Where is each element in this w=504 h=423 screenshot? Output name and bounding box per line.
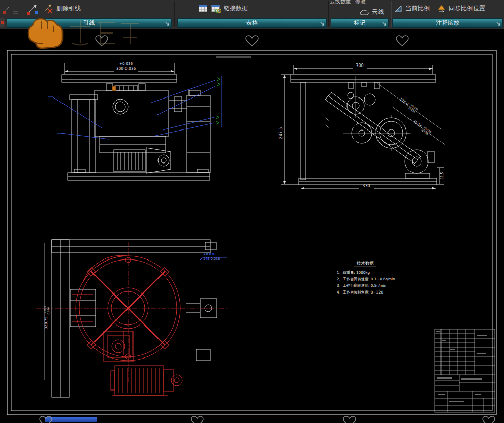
dimension-text: 145-0.036 (203, 257, 220, 261)
top-view-table (72, 255, 182, 395)
panel-annotation-scaling[interactable]: 注释缩放 (392, 18, 503, 28)
cloud-count-label[interactable]: 云线数量 (330, 0, 351, 5)
dimension-text: 31.5 (440, 172, 444, 180)
ribbon-separator (391, 1, 392, 27)
svg-text:79.55: 79.55 (412, 119, 423, 128)
panel-launcher-icon[interactable] (320, 22, 325, 26)
dimension-text: 300 (356, 63, 363, 68)
svg-text:-0.036: -0.036 (47, 307, 50, 315)
panel-launcher-icon[interactable] (382, 22, 387, 26)
front-view (62, 63, 210, 180)
dimension-text: +0.036 (203, 252, 215, 256)
link-data-label: 链接数据 (224, 4, 248, 13)
toolbar-fragment-icon (1, 2, 20, 15)
delete-leader-button[interactable]: 删除引线 (43, 1, 81, 16)
title-block (435, 329, 495, 412)
link-data-icon (211, 4, 221, 13)
dimension-text: 300-0.036 (116, 66, 136, 71)
current-scale-button[interactable]: 当前比例 (394, 1, 430, 16)
sync-scale-position-label: 同步比例位置 (449, 4, 485, 13)
diagonal-dimension: 105.6 +0.036 -0.036 (398, 96, 419, 114)
drawing-canvas[interactable]: +0.036 300-0.036 (0, 0, 504, 423)
panel-leader[interactable]: 引线 (7, 18, 172, 28)
delete-leader-label: 删除引线 (56, 4, 81, 13)
sync-scale-position-button[interactable]: 同步比例位置 (437, 1, 485, 16)
diagonal-dimension: 79.55 +0.036 -0.036 (411, 119, 432, 137)
vertical-dimension: 329.75 +0.036 -0.036 (43, 306, 50, 329)
panel-markup[interactable]: 标记 (331, 18, 389, 28)
panel-table[interactable]: 表格 (177, 18, 327, 28)
svg-text:2、工作台回转速度: 0.1~0.6r/min: 2、工作台回转速度: 0.1~0.6r/min (337, 277, 395, 281)
svg-text:329.75: 329.75 (44, 317, 48, 330)
revision-cloud-button[interactable]: 云线 (360, 5, 384, 19)
panel-table-label: 表格 (246, 19, 258, 27)
weld-symbols (216, 78, 220, 124)
svg-text:1、载重量: 1000kg: 1、载重量: 1000kg (337, 270, 370, 275)
current-scale-label: 当前比例 (405, 4, 430, 13)
svg-text:4、工作台倾斜角度: 0~120: 4、工作台倾斜角度: 0~120 (337, 290, 384, 295)
svg-text:105.6: 105.6 (399, 97, 410, 107)
delete-leader-icon (43, 3, 54, 15)
ribbon: 删除引线 链接数据 云线数量 修改 云线 当前比例 (0, 0, 504, 29)
cloud-icon (360, 9, 369, 16)
heart-watermark (40, 36, 495, 423)
dimension-text: +0.036 (119, 62, 133, 66)
sheet-frame (7, 50, 496, 415)
panel-markup-label: 标记 (354, 19, 366, 27)
ribbon-separator (174, 1, 175, 27)
panel-stub (0, 18, 5, 27)
dimension-text: 330 (362, 184, 370, 188)
svg-text:3、工作台翻转速度: 0.5r/min: 3、工作台翻转速度: 0.5r/min (337, 283, 386, 288)
link-data-button[interactable]: 链接数据 (198, 1, 248, 16)
multileader-tool-button[interactable] (25, 1, 39, 16)
svg-text:技术数据: 技术数据 (356, 261, 374, 266)
panel-annotation-scaling-label: 注释缩放 (436, 19, 459, 27)
svg-text:+0.036: +0.036 (43, 306, 46, 315)
cloud-label: 云线 (372, 8, 384, 16)
tech-data-block: 技术数据 1、载重量: 1000kg 2、工作台回转速度: 0.1~0.6r/m… (337, 261, 395, 295)
multileader-icon (25, 2, 39, 15)
sync-scale-icon (437, 4, 446, 13)
dimension-text: 247.5 (279, 127, 284, 139)
clipped-toolbar-fragment (1, 1, 20, 16)
scale-ruler-icon (394, 5, 403, 13)
panel-launcher-icon[interactable] (165, 22, 170, 26)
panel-leader-label: 引线 (83, 19, 95, 27)
ribbon-separator (328, 1, 329, 27)
table-icon (198, 4, 208, 13)
panel-launcher-icon[interactable] (496, 22, 501, 26)
